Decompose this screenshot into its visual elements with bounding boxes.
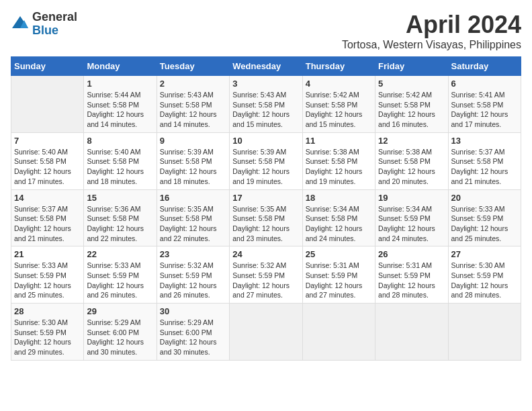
- calendar-cell: 20Sunrise: 5:33 AM Sunset: 5:59 PM Dayli…: [448, 189, 521, 246]
- calendar-cell: 13Sunrise: 5:37 AM Sunset: 5:58 PM Dayli…: [448, 132, 521, 189]
- day-number: 20: [451, 193, 518, 203]
- day-number: 4: [306, 79, 372, 89]
- day-info: Sunrise: 5:30 AM Sunset: 5:59 PM Dayligh…: [451, 261, 518, 300]
- day-info: Sunrise: 5:31 AM Sunset: 5:59 PM Dayligh…: [306, 261, 372, 300]
- calendar-header: SundayMondayTuesdayWednesdayThursdayFrid…: [11, 57, 521, 76]
- day-number: 24: [232, 249, 299, 259]
- day-info: Sunrise: 5:43 AM Sunset: 5:58 PM Dayligh…: [160, 90, 226, 130]
- calendar-cell: [11, 76, 84, 133]
- day-number: 6: [451, 79, 518, 89]
- day-number: 1: [87, 79, 153, 89]
- header-cell: Wednesday: [230, 57, 302, 76]
- day-number: 30: [160, 306, 226, 316]
- day-info: Sunrise: 5:33 AM Sunset: 5:59 PM Dayligh…: [87, 261, 153, 300]
- day-number: 14: [14, 193, 81, 203]
- day-info: Sunrise: 5:29 AM Sunset: 6:00 PM Dayligh…: [160, 318, 226, 357]
- calendar-table: SundayMondayTuesdayWednesdayThursdayFrid…: [11, 56, 521, 361]
- calendar-cell: 9Sunrise: 5:39 AM Sunset: 5:58 PM Daylig…: [157, 132, 229, 189]
- header-cell: Friday: [375, 57, 448, 76]
- day-info: Sunrise: 5:38 AM Sunset: 5:58 PM Dayligh…: [306, 147, 372, 187]
- calendar-cell: [230, 304, 302, 361]
- day-info: Sunrise: 5:42 AM Sunset: 5:58 PM Dayligh…: [306, 90, 372, 130]
- calendar-week-row: 28Sunrise: 5:30 AM Sunset: 5:59 PM Dayli…: [11, 304, 521, 361]
- day-info: Sunrise: 5:39 AM Sunset: 5:58 PM Dayligh…: [160, 147, 226, 187]
- day-info: Sunrise: 5:40 AM Sunset: 5:58 PM Dayligh…: [14, 147, 81, 187]
- calendar-cell: 14Sunrise: 5:37 AM Sunset: 5:58 PM Dayli…: [11, 189, 84, 246]
- header-row: SundayMondayTuesdayWednesdayThursdayFrid…: [11, 57, 521, 76]
- calendar-cell: 4Sunrise: 5:42 AM Sunset: 5:58 PM Daylig…: [302, 76, 375, 133]
- calendar-cell: 10Sunrise: 5:39 AM Sunset: 5:58 PM Dayli…: [230, 132, 302, 189]
- day-number: 13: [451, 136, 518, 146]
- day-number: 16: [160, 193, 226, 203]
- day-info: Sunrise: 5:40 AM Sunset: 5:58 PM Dayligh…: [87, 147, 153, 187]
- calendar-cell: 22Sunrise: 5:33 AM Sunset: 5:59 PM Dayli…: [84, 246, 157, 304]
- calendar-cell: 28Sunrise: 5:30 AM Sunset: 5:59 PM Dayli…: [11, 304, 84, 361]
- day-info: Sunrise: 5:37 AM Sunset: 5:58 PM Dayligh…: [14, 204, 81, 244]
- day-info: Sunrise: 5:30 AM Sunset: 5:59 PM Dayligh…: [14, 318, 81, 357]
- day-number: 19: [378, 193, 445, 203]
- calendar-cell: 8Sunrise: 5:40 AM Sunset: 5:58 PM Daylig…: [84, 132, 157, 189]
- calendar-week-row: 21Sunrise: 5:33 AM Sunset: 5:59 PM Dayli…: [11, 246, 521, 304]
- calendar-week-row: 14Sunrise: 5:37 AM Sunset: 5:58 PM Dayli…: [11, 189, 521, 246]
- header-cell: Sunday: [11, 57, 84, 76]
- day-number: 9: [160, 136, 226, 146]
- day-info: Sunrise: 5:41 AM Sunset: 5:58 PM Dayligh…: [451, 90, 518, 130]
- day-info: Sunrise: 5:37 AM Sunset: 5:58 PM Dayligh…: [451, 147, 518, 187]
- page-header: General Blue April 2024 Tortosa, Western…: [11, 11, 521, 51]
- day-number: 11: [306, 136, 372, 146]
- day-number: 29: [87, 306, 153, 316]
- calendar-cell: 6Sunrise: 5:41 AM Sunset: 5:58 PM Daylig…: [448, 76, 521, 133]
- month-title: April 2024: [342, 11, 521, 39]
- calendar-cell: 12Sunrise: 5:38 AM Sunset: 5:58 PM Dayli…: [375, 132, 448, 189]
- day-info: Sunrise: 5:43 AM Sunset: 5:58 PM Dayligh…: [232, 90, 299, 130]
- logo-text: General Blue: [32, 11, 77, 38]
- calendar-week-row: 1Sunrise: 5:44 AM Sunset: 5:58 PM Daylig…: [11, 76, 521, 133]
- calendar-cell: 1Sunrise: 5:44 AM Sunset: 5:58 PM Daylig…: [84, 76, 157, 133]
- day-info: Sunrise: 5:34 AM Sunset: 5:59 PM Dayligh…: [378, 204, 445, 244]
- logo-general: General: [32, 11, 77, 24]
- day-number: 28: [14, 306, 81, 316]
- day-number: 26: [378, 249, 445, 259]
- header-cell: Monday: [84, 57, 157, 76]
- calendar-cell: 17Sunrise: 5:35 AM Sunset: 5:58 PM Dayli…: [230, 189, 302, 246]
- day-number: 15: [87, 193, 153, 203]
- header-cell: Tuesday: [157, 57, 229, 76]
- day-info: Sunrise: 5:35 AM Sunset: 5:58 PM Dayligh…: [232, 204, 299, 244]
- calendar-cell: 25Sunrise: 5:31 AM Sunset: 5:59 PM Dayli…: [302, 246, 375, 304]
- calendar-cell: 30Sunrise: 5:29 AM Sunset: 6:00 PM Dayli…: [157, 304, 229, 361]
- day-info: Sunrise: 5:44 AM Sunset: 5:58 PM Dayligh…: [87, 90, 153, 130]
- day-number: 2: [160, 79, 226, 89]
- day-number: 3: [232, 79, 299, 89]
- day-info: Sunrise: 5:34 AM Sunset: 5:58 PM Dayligh…: [306, 204, 372, 244]
- logo: General Blue: [11, 11, 77, 38]
- day-info: Sunrise: 5:35 AM Sunset: 5:58 PM Dayligh…: [160, 204, 226, 244]
- day-number: 25: [306, 249, 372, 259]
- logo-blue: Blue: [32, 24, 77, 38]
- title-block: April 2024 Tortosa, Western Visayas, Phi…: [342, 11, 521, 51]
- day-number: 27: [451, 249, 518, 259]
- location-title: Tortosa, Western Visayas, Philippines: [342, 39, 521, 51]
- calendar-cell: 16Sunrise: 5:35 AM Sunset: 5:58 PM Dayli…: [157, 189, 229, 246]
- logo-icon: [11, 15, 30, 34]
- calendar-body: 1Sunrise: 5:44 AM Sunset: 5:58 PM Daylig…: [11, 76, 521, 361]
- day-number: 21: [14, 249, 81, 259]
- day-number: 7: [14, 136, 81, 146]
- calendar-cell: [302, 304, 375, 361]
- day-info: Sunrise: 5:33 AM Sunset: 5:59 PM Dayligh…: [14, 261, 81, 300]
- calendar-cell: 24Sunrise: 5:32 AM Sunset: 5:59 PM Dayli…: [230, 246, 302, 304]
- day-info: Sunrise: 5:39 AM Sunset: 5:58 PM Dayligh…: [232, 147, 299, 187]
- day-number: 17: [232, 193, 299, 203]
- day-number: 18: [306, 193, 372, 203]
- calendar-cell: 2Sunrise: 5:43 AM Sunset: 5:58 PM Daylig…: [157, 76, 229, 133]
- calendar-cell: 26Sunrise: 5:31 AM Sunset: 5:59 PM Dayli…: [375, 246, 448, 304]
- day-info: Sunrise: 5:36 AM Sunset: 5:58 PM Dayligh…: [87, 204, 153, 244]
- calendar-cell: 3Sunrise: 5:43 AM Sunset: 5:58 PM Daylig…: [230, 76, 302, 133]
- calendar-cell: 29Sunrise: 5:29 AM Sunset: 6:00 PM Dayli…: [84, 304, 157, 361]
- calendar-cell: 27Sunrise: 5:30 AM Sunset: 5:59 PM Dayli…: [448, 246, 521, 304]
- calendar-cell: 21Sunrise: 5:33 AM Sunset: 5:59 PM Dayli…: [11, 246, 84, 304]
- calendar-cell: 19Sunrise: 5:34 AM Sunset: 5:59 PM Dayli…: [375, 189, 448, 246]
- header-cell: Thursday: [302, 57, 375, 76]
- day-info: Sunrise: 5:29 AM Sunset: 6:00 PM Dayligh…: [87, 318, 153, 357]
- day-number: 10: [232, 136, 299, 146]
- calendar-cell: 15Sunrise: 5:36 AM Sunset: 5:58 PM Dayli…: [84, 189, 157, 246]
